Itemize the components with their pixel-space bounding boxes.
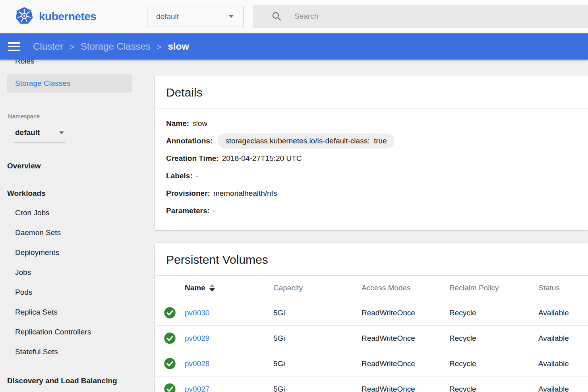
pv-name-link[interactable]: pv0030 — [185, 309, 209, 317]
header-namespace-dropdown[interactable]: default — [147, 6, 244, 27]
pv-capacity: 5Gi — [273, 309, 362, 317]
sidebar-item-stateful-sets[interactable]: Stateful Sets — [0, 342, 137, 362]
column-header-access-modes: Access Modes — [362, 284, 449, 292]
breadcrumb-link-storage-classes[interactable]: Storage Classes — [81, 41, 151, 52]
pv-access-modes: ReadWriteOnce — [362, 309, 449, 317]
detail-field-parameters: Parameters: - — [166, 202, 577, 220]
pv-reclaim-policy: Recycle — [449, 385, 538, 392]
breadcrumb-link-cluster[interactable]: Cluster — [33, 41, 63, 52]
pv-status: Available — [538, 309, 588, 317]
pv-access-modes: ReadWriteOnce — [362, 359, 449, 368]
main-content: Details Name: slow Annotations: storagec… — [137, 60, 588, 392]
sidebar-item-cron-jobs[interactable]: Cron Jobs — [0, 203, 137, 223]
sidebar-item-jobs[interactable]: Jobs — [0, 263, 137, 282]
breadcrumb-toolbar: Cluster > Storage Classes > slow — [0, 33, 588, 60]
pv-access-modes: ReadWriteOnce — [362, 385, 449, 392]
check-circle-icon — [164, 383, 185, 392]
namespace-label: Namespace — [8, 113, 137, 120]
sidebar-item-replication-controllers[interactable]: Replication Controllers — [0, 322, 137, 342]
table-row: pv0028 5Gi ReadWriteOnce Recycle Availab… — [155, 351, 588, 376]
chevron-down-icon — [229, 15, 234, 18]
sidebar-namespace-dropdown[interactable]: default — [14, 128, 66, 143]
pv-name-link[interactable]: pv0027 — [185, 385, 209, 392]
pv-name-link[interactable]: pv0029 — [185, 334, 209, 342]
logo-wordmark: kubernetes — [39, 10, 96, 23]
sort-arrows-icon — [209, 284, 215, 292]
table-row: pv0029 5Gi ReadWriteOnce Recycle Availab… — [155, 325, 588, 351]
check-circle-icon — [164, 332, 185, 344]
column-header-capacity: Capacity — [273, 284, 362, 292]
sidebar-item-overview[interactable]: Overview — [7, 162, 137, 170]
detail-field-annotations: Annotations: storageclass.kubernetes.io/… — [166, 132, 577, 150]
pv-status: Available — [538, 334, 588, 343]
sidebar-divider — [0, 95, 132, 95]
field-label: Name: — [166, 119, 189, 128]
breadcrumb-separator: > — [70, 42, 74, 52]
table-row: pv0030 5Gi ReadWriteOnce Recycle Availab… — [155, 300, 588, 325]
breadcrumb-current-page: slow — [168, 41, 189, 52]
sidebar-item-deployments[interactable]: Deployments — [0, 243, 137, 263]
sidebar-item-replica-sets[interactable]: Replica Sets — [0, 302, 137, 322]
pv-status: Available — [538, 385, 588, 392]
details-card-title: Details — [155, 75, 588, 108]
sidebar-item-daemon-sets[interactable]: Daemon Sets — [0, 223, 137, 243]
check-circle-icon — [164, 357, 185, 370]
sidebar-item-storage-classes[interactable]: Storage Classes — [7, 74, 132, 93]
column-header-reclaim-policy: Reclaim Policy — [449, 284, 538, 292]
pv-reclaim-policy: Recycle — [449, 309, 538, 317]
breadcrumb-separator: > — [157, 42, 162, 52]
sidebar-nav: Roles Storage Classes Namespace default … — [0, 60, 137, 392]
search-input[interactable] — [294, 12, 529, 21]
pv-card-title: Persistent Volumes — [155, 243, 588, 275]
detail-field-provisioner: Provisioner: memorialhealth/nfs — [166, 185, 577, 202]
field-label: Parameters: — [166, 207, 210, 215]
sidebar-item-pods[interactable]: Pods — [0, 282, 137, 302]
pv-access-modes: ReadWriteOnce — [362, 334, 449, 343]
column-header-name[interactable]: Name — [185, 284, 273, 292]
persistent-volumes-card: Persistent Volumes Name Capacity Access … — [155, 243, 588, 392]
app-header: kubernetes default — [0, 0, 588, 33]
field-label: Labels: — [166, 172, 193, 180]
workloads-subnav: Cron Jobs Daemon Sets Deployments Jobs P… — [0, 203, 137, 362]
column-header-status: Status — [538, 284, 588, 292]
detail-field-creation-time: Creation Time: 2018-04-27T15:20 UTC — [166, 150, 577, 167]
field-label: Annotations: — [166, 137, 213, 145]
hamburger-menu-icon[interactable] — [8, 42, 20, 51]
pv-table-header: Name Capacity Access Modes Reclaim Polic… — [155, 276, 588, 300]
details-card: Details Name: slow Annotations: storagec… — [155, 75, 588, 230]
field-value: - — [196, 172, 198, 180]
pv-name-link[interactable]: pv0028 — [185, 359, 209, 368]
pv-reclaim-policy: Recycle — [449, 359, 538, 368]
chevron-down-icon — [59, 131, 64, 134]
field-value: memorialhealth/nfs — [213, 189, 277, 198]
header-namespace-value: default — [156, 12, 179, 21]
field-label: Creation Time: — [166, 154, 219, 163]
table-row: pv0027 5Gi ReadWriteOnce Recycle Availab… — [155, 376, 588, 392]
sidebar-section-discovery[interactable]: Discovery and Load Balancing — [7, 377, 137, 385]
sidebar-section-workloads[interactable]: Workloads — [7, 189, 137, 198]
annotation-chip: storageclass.kubernetes.io/is-default-cl… — [218, 133, 394, 149]
search-bar — [253, 5, 588, 28]
pv-status: Available — [538, 359, 588, 368]
search-icon — [271, 11, 282, 21]
sidebar-namespace-value: default — [15, 128, 40, 137]
detail-field-name: Name: slow — [166, 115, 577, 132]
kubernetes-helm-icon — [15, 7, 33, 27]
field-value: 2018-04-27T15:20 UTC — [222, 154, 302, 163]
column-header-name-label: Name — [185, 284, 205, 292]
pv-reclaim-policy: Recycle — [449, 334, 538, 343]
pv-capacity: 5Gi — [273, 334, 362, 343]
pv-capacity: 5Gi — [273, 385, 362, 392]
field-label: Provisioner: — [166, 189, 210, 198]
breadcrumb: Cluster > Storage Classes > slow — [33, 41, 189, 52]
field-value: - — [213, 207, 215, 215]
detail-field-labels: Labels: - — [166, 167, 577, 185]
kubernetes-logo[interactable]: kubernetes — [15, 7, 96, 27]
check-circle-icon — [164, 307, 185, 319]
field-value: slow — [192, 119, 207, 128]
pv-capacity: 5Gi — [273, 359, 362, 368]
sidebar-item-roles[interactable]: Roles — [15, 60, 137, 66]
details-body: Name: slow Annotations: storageclass.kub… — [155, 108, 588, 230]
